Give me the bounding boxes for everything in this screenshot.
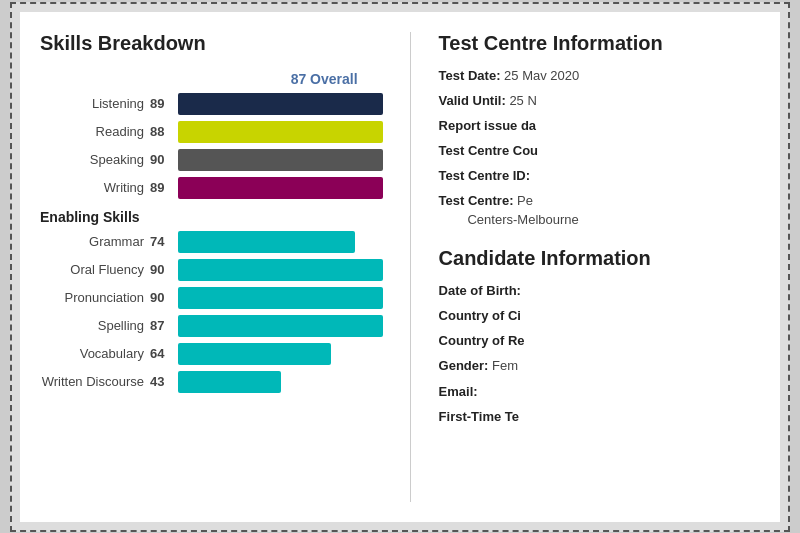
bar-label: Speaking [40, 152, 150, 167]
bar-score: 64 [150, 346, 174, 361]
main-bars-container: Listening89Reading88Speaking90Writing89 [40, 93, 394, 199]
main-card: Skills Breakdown 87 Overall Listening89R… [20, 12, 780, 522]
report-issue-label: Report issue da [439, 118, 537, 133]
bar-row: Reading88 [40, 121, 394, 143]
bar-row: Oral Fluency90 [40, 259, 394, 281]
report-issue-row: Report issue da [439, 117, 760, 135]
bar-fill [178, 259, 383, 281]
valid-until-value: 25 N [509, 93, 536, 108]
enabling-skills-title: Enabling Skills [40, 209, 394, 225]
country-re-row: Country of Re [439, 332, 760, 350]
test-centre-id-row: Test Centre ID: [439, 167, 760, 185]
bar-score: 88 [150, 124, 174, 139]
bar-area [178, 259, 394, 281]
bar-label: Pronunciation [40, 290, 150, 305]
left-panel: Skills Breakdown 87 Overall Listening89R… [40, 32, 411, 502]
bar-fill [178, 177, 383, 199]
bar-fill [178, 93, 383, 115]
valid-until-row: Valid Until: 25 N [439, 92, 760, 110]
bar-score: 89 [150, 96, 174, 111]
dob-label: Date of Birth: [439, 283, 521, 298]
bar-area [178, 177, 394, 199]
bar-area [178, 231, 394, 253]
bar-fill [178, 315, 383, 337]
bar-label: Written Discourse [40, 374, 150, 389]
bar-area [178, 121, 394, 143]
first-time-label: First-Time Te [439, 409, 519, 424]
bar-row: Writing89 [40, 177, 394, 199]
bar-fill [178, 149, 383, 171]
country-re-label: Country of Re [439, 333, 525, 348]
bar-label: Grammar [40, 234, 150, 249]
bar-label: Vocabulary [40, 346, 150, 361]
valid-until-label: Valid Until: [439, 93, 506, 108]
bar-row: Pronunciation90 [40, 287, 394, 309]
bar-row: Speaking90 [40, 149, 394, 171]
test-centre-cou-row: Test Centre Cou [439, 142, 760, 160]
bar-row: Written Discourse43 [40, 371, 394, 393]
bar-row: Listening89 [40, 93, 394, 115]
candidate-section: Candidate Information Date of Birth: Cou… [439, 247, 760, 426]
bar-label: Writing [40, 180, 150, 195]
bar-fill [178, 121, 383, 143]
first-time-row: First-Time Te [439, 408, 760, 426]
bar-fill [178, 371, 281, 393]
test-date-row: Test Date: 25 Mav 2020 [439, 67, 760, 85]
bar-score: 87 [150, 318, 174, 333]
bar-row: Spelling87 [40, 315, 394, 337]
bar-chart-main: Listening89Reading88Speaking90Writing89 … [40, 93, 394, 393]
bar-label: Reading [40, 124, 150, 139]
gender-value: Fem [492, 358, 518, 373]
bar-row: Grammar74 [40, 231, 394, 253]
dob-row: Date of Birth: [439, 282, 760, 300]
test-date-label: Test Date: [439, 68, 501, 83]
overall-label: 87 Overall [40, 71, 394, 87]
bar-area [178, 149, 394, 171]
bar-score: 74 [150, 234, 174, 249]
email-row: Email: [439, 383, 760, 401]
bar-area [178, 315, 394, 337]
bar-label: Oral Fluency [40, 262, 150, 277]
bar-area [178, 287, 394, 309]
skills-breakdown-title: Skills Breakdown [40, 32, 394, 55]
bar-score: 43 [150, 374, 174, 389]
gender-row: Gender: Fem [439, 357, 760, 375]
right-panel: Test Centre Information Test Date: 25 Ma… [431, 32, 760, 502]
bar-fill [178, 343, 331, 365]
bar-label: Listening [40, 96, 150, 111]
test-date-value: 25 Mav 2020 [504, 68, 579, 83]
bar-area [178, 343, 394, 365]
country-ci-label: Country of Ci [439, 308, 521, 323]
bar-label: Spelling [40, 318, 150, 333]
gender-label: Gender: [439, 358, 489, 373]
bar-score: 90 [150, 152, 174, 167]
bar-fill [178, 287, 383, 309]
test-centre-row: Test Centre: Pe Centers-Melbourne [439, 192, 760, 228]
country-ci-row: Country of Ci [439, 307, 760, 325]
bar-score: 90 [150, 290, 174, 305]
bar-row: Vocabulary64 [40, 343, 394, 365]
email-label: Email: [439, 384, 478, 399]
candidate-info-title: Candidate Information [439, 247, 760, 270]
test-centre-title: Test Centre Information [439, 32, 760, 55]
outer-border: Skills Breakdown 87 Overall Listening89R… [10, 2, 790, 532]
test-centre-id-label: Test Centre ID: [439, 168, 531, 183]
test-centre-label: Test Centre: [439, 193, 514, 208]
bar-score: 90 [150, 262, 174, 277]
bar-fill [178, 231, 355, 253]
bar-score: 89 [150, 180, 174, 195]
enabling-bars-container: Grammar74Oral Fluency90Pronunciation90Sp… [40, 231, 394, 393]
bar-area [178, 93, 394, 115]
bar-area [178, 371, 394, 393]
test-centre-cou-label: Test Centre Cou [439, 143, 538, 158]
